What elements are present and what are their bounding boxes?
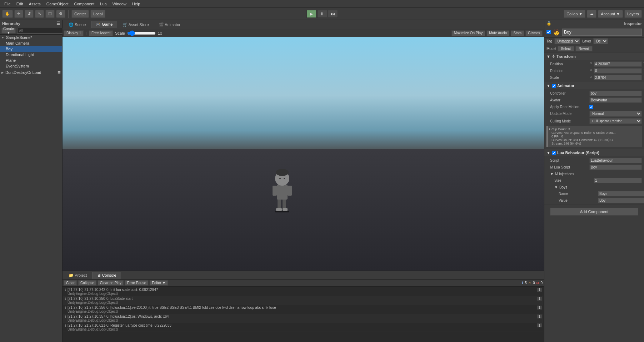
hierarchy-dont-destroy[interactable]: ▶ DontDestroyOnLoad ☰	[0, 70, 62, 75]
menu-lua[interactable]: Lua	[97, 1, 109, 7]
menu-window[interactable]: Window	[110, 1, 129, 7]
hierarchy-item-event-system[interactable]: EventSystem	[0, 63, 62, 69]
update-mode-dropdown[interactable]: Normal	[589, 111, 642, 117]
tab-project[interactable]: 📁 Project	[64, 272, 91, 279]
script-input[interactable]	[589, 158, 642, 163]
tab-animator-label: Animator	[165, 22, 180, 27]
scale-x-input[interactable]	[594, 75, 642, 80]
console-content[interactable]: ℹ [21:27:10] 21:27:10.342-0: Init lua st…	[63, 287, 544, 342]
culling-mode-dropdown[interactable]: Cull Update Transfor...	[589, 118, 642, 124]
menu-assets[interactable]: Assets	[26, 1, 44, 7]
lua-enabled-checkbox[interactable]	[552, 151, 556, 155]
clear-btn[interactable]: Clear	[64, 280, 77, 286]
menu-edit[interactable]: Edit	[14, 1, 26, 7]
maximize-on-play-btn[interactable]: Maximize On Play	[451, 30, 485, 36]
collapse-btn[interactable]: Collapse	[78, 280, 96, 286]
animator-enabled-checkbox[interactable]	[552, 84, 556, 88]
warning-count: 0	[533, 281, 535, 285]
pos-x-input[interactable]	[594, 61, 642, 67]
center-tab-bar: 🌐 Scene 🎮 Game 🛒 Asset Store 🎬 Animator	[63, 20, 544, 29]
console-line-0[interactable]: ℹ [21:27:10] 21:27:10.342-0: Init lua st…	[63, 287, 543, 296]
tool-scale[interactable]: ⤡	[35, 10, 44, 18]
select-btn[interactable]: Select	[558, 46, 574, 51]
hierarchy-item-directional-light[interactable]: Directional Light	[0, 52, 62, 57]
play-button[interactable]: ▶	[306, 10, 316, 18]
lock-icon: 🔒	[546, 21, 551, 26]
animator-header[interactable]: ▼ Animator	[544, 82, 644, 89]
pause-button[interactable]: ⏸	[317, 10, 327, 18]
transform-header[interactable]: ▼ ⊹ Transform	[544, 52, 644, 60]
hierarchy-create-btn[interactable]: Create ▼	[1, 28, 16, 34]
rot-x-input[interactable]	[594, 68, 642, 74]
console-line-2[interactable]: ℹ [21:27:10] 21:27:10.356-0: [tolua.lua:…	[63, 305, 543, 314]
menu-file[interactable]: File	[1, 1, 14, 7]
value-input[interactable]	[598, 198, 644, 203]
hierarchy-menu-icon[interactable]: ☰	[56, 21, 60, 26]
console-line-1[interactable]: ℹ [21:27:10] 21:27:10.350-0: LuaState st…	[63, 296, 543, 305]
hierarchy-item-boy[interactable]: Boy	[0, 46, 62, 52]
hierarchy-search[interactable]	[17, 28, 66, 34]
collab-button[interactable]: Collab ▼	[564, 10, 585, 18]
value-row: Value	[544, 197, 644, 204]
tool-transform[interactable]: ⚙	[56, 10, 65, 18]
menu-help[interactable]: Help	[129, 1, 143, 7]
m-injections-expand[interactable]: ▼	[550, 172, 554, 176]
layers-button[interactable]: Layers	[624, 10, 642, 18]
tool-move[interactable]: ✛	[14, 10, 23, 18]
cloud-button[interactable]: ☁	[587, 10, 596, 18]
add-component-btn[interactable]: Add Component	[550, 208, 638, 216]
m-lua-script-input[interactable]	[589, 165, 642, 170]
value-label: Value	[559, 198, 598, 202]
tab-asset-store[interactable]: 🛒 Asset Store	[118, 21, 153, 28]
size-input[interactable]	[594, 178, 642, 183]
transform-title: Transform	[556, 54, 576, 59]
tab-console[interactable]: 🖥 Console	[92, 272, 121, 279]
lua-behaviour-header[interactable]: ▼ Lua Behaviour (Script)	[544, 149, 644, 156]
object-name-input[interactable]	[562, 29, 642, 36]
game-viewport	[63, 37, 544, 271]
console-info-icon-2: ℹ	[65, 306, 66, 310]
account-button[interactable]: Account ▼	[598, 10, 623, 18]
console-count-4: 1	[537, 323, 542, 327]
hierarchy-item-main-camera[interactable]: Main Camera	[0, 40, 62, 46]
pivot-button[interactable]: Center	[71, 10, 89, 18]
tool-rect[interactable]: ☐	[45, 10, 55, 18]
menu-gameobject[interactable]: GameObject	[44, 1, 71, 7]
tab-animator[interactable]: 🎬 Animator	[154, 21, 185, 28]
console-line-3[interactable]: ℹ [21:27:10] 21:27:10.357-0: [tolua.lua:…	[63, 314, 543, 323]
tag-dropdown[interactable]: Untagged	[554, 38, 580, 44]
hierarchy-title: Hierarchy	[2, 21, 20, 26]
tab-scene[interactable]: 🌐 Scene	[64, 21, 90, 28]
display-dropdown[interactable]: Display 1	[64, 30, 84, 36]
object-active-checkbox[interactable]	[546, 30, 551, 34]
aspect-dropdown[interactable]: Free Aspect	[89, 30, 113, 36]
space-button[interactable]: Local	[90, 10, 105, 18]
tool-hand[interactable]: ✋	[2, 10, 13, 18]
pos-y-label: Y	[643, 61, 644, 67]
stats-btn[interactable]: Stats	[511, 30, 524, 36]
boys-expand-icon[interactable]: ▼	[554, 185, 558, 189]
menu-component[interactable]: Component	[71, 1, 97, 7]
apply-root-motion-checkbox[interactable]	[589, 105, 593, 109]
layer-dropdown[interactable]: De	[593, 38, 608, 44]
step-button[interactable]: ⏭	[328, 10, 338, 18]
hierarchy-item-plane[interactable]: Plane	[0, 57, 62, 63]
revert-btn[interactable]: Revert	[575, 46, 592, 51]
name-input[interactable]	[598, 191, 644, 196]
gizmos-btn[interactable]: Gizmos	[525, 30, 543, 36]
hierarchy-scene-root[interactable]: ▼ SampleScene*	[0, 35, 62, 40]
hierarchy-label-directional-light: Directional Light	[6, 52, 34, 57]
controller-input[interactable]	[589, 91, 642, 96]
editor-dropdown[interactable]: Editor ▼	[150, 280, 168, 286]
scale-slider[interactable]	[127, 31, 156, 35]
ground-plane	[63, 149, 544, 271]
avatar-input[interactable]	[589, 97, 642, 103]
hierarchy-dont-destroy-menu[interactable]: ☰	[58, 71, 61, 75]
tool-rotate[interactable]: ↺	[25, 10, 34, 18]
error-pause-btn[interactable]: Error Pause	[125, 280, 148, 286]
name-label: Name	[559, 192, 598, 196]
clear-on-play-btn[interactable]: Clear on Play	[98, 280, 124, 286]
console-line-4[interactable]: ℹ [21:27:10] 21:27:10.621-0: Register lu…	[63, 323, 543, 332]
tab-game[interactable]: 🎮 Game	[91, 21, 117, 28]
mute-audio-btn[interactable]: Mute Audio	[486, 30, 509, 36]
